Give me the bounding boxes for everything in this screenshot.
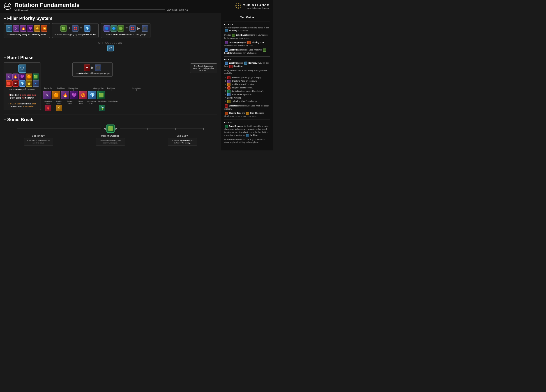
use-last-desc: To ensure Hypervelocity is buffed by No … xyxy=(168,138,197,145)
bloodfest-list-icon xyxy=(227,76,230,79)
use-early-desc: If the boss is nearly dead, or about to … xyxy=(24,138,53,145)
hypervelocity-sub-icon: 🍃 xyxy=(99,105,105,111)
equals-sign-2: = xyxy=(80,26,83,31)
burst-left-card: 🛡 ⚔ 🔥 💜 🟠 🟩 🔴 ❤ xyxy=(4,62,41,110)
sidebar-burst-title: BURST xyxy=(224,59,270,61)
sidebar-burst-p2: Use your cooldowns in this priority as t… xyxy=(224,69,270,75)
tick xyxy=(176,128,176,130)
chain-names-row: Gnashing Fang Double Down Savage Claw Wi… xyxy=(43,100,217,104)
sonic-inline-1 xyxy=(225,125,228,128)
timeline-left xyxy=(17,129,101,129)
double-burst: 🟠 xyxy=(26,73,32,80)
sidebar-divider-1 xyxy=(224,21,270,21)
burst-combo-rows: ⚔ 🔥 💜 🟠 🟩 🔴 ❤ 💎 ⭐ 🔹 xyxy=(6,73,39,87)
wicked-talon-name: Wicked Talon xyxy=(76,100,85,104)
chain-sub-icons: 🩸 ⚡ 🍃 xyxy=(43,105,217,111)
sidebar-filler-p3: Gnashing Fang and Blasting Zone should b… xyxy=(224,41,270,47)
arrow-3: ▶ xyxy=(137,26,140,30)
no-mercy-burst-icon: 🛡 xyxy=(18,65,26,73)
burst-list-icon xyxy=(227,93,230,96)
patch-text: Dawntrail Patch 7.1 xyxy=(166,8,188,11)
blasting-inline-2 xyxy=(225,112,228,115)
tick xyxy=(45,128,45,130)
bloodfest-burst: ❤ xyxy=(13,80,19,87)
svg-point-3 xyxy=(238,5,239,6)
burst-layout: 🛡 ⚔ 🔥 💜 🟠 🟩 🔴 ❤ xyxy=(4,62,217,111)
eye-gouge-label: Eye Gouge xyxy=(106,87,116,91)
sonic-burst: 🟩 xyxy=(33,73,39,80)
burst-left-notes: Use in No Mercy off cooldown. If Bloodfe… xyxy=(6,88,38,108)
sidebar-burst-list: Bloodfest (ensure gauge is empty). Gnash… xyxy=(224,76,270,103)
filler-card-1-text: Use Gnashing Fang and Blasting Zone. xyxy=(7,33,46,36)
filler-card-3-text: Use the Solid Barrel combo to build gaug… xyxy=(105,33,147,36)
tick xyxy=(17,128,17,130)
sonic-use-early: USE EARLY If the boss is nearly dead, or… xyxy=(24,135,53,145)
burst-section: Burst Phase 🛡 ⚔ 🔥 💜 🟠 🟩 xyxy=(4,55,217,111)
burst-title: Burst Phase xyxy=(4,55,217,60)
equals-sign-3: = xyxy=(125,26,128,31)
use-anywhere-label: USE ANYWHERE xyxy=(101,135,120,137)
sidebar-burst-p4: Blasting Zone and Bow Shock are ideally … xyxy=(224,112,270,118)
timeline-right xyxy=(120,129,204,129)
bloodfest-inline-1 xyxy=(229,65,233,68)
burst-center: ❤ ▶ ⬛ Use Bloodfest with an empty gauge. xyxy=(43,62,217,111)
burst-strike-callout: This Burst Strike is an extra GCD, only … xyxy=(190,63,217,73)
bow-inline-1 xyxy=(246,112,249,115)
filler-card-1: 🛡 ⚔ 🔥 💜 ⚡ 💥 Use Gnashing Fang and Blasti… xyxy=(4,23,50,38)
no-mercy-icon-1: 🛡 xyxy=(6,25,13,32)
reign-list-icon xyxy=(227,86,230,90)
sonic-list-icon xyxy=(227,90,230,93)
double-down-name: Double Down xyxy=(54,100,64,104)
filler-card-1-icons: 🛡 ⚔ 🔥 💜 ⚡ 💥 xyxy=(6,25,47,32)
right-arrow-icon: ▶ xyxy=(116,127,117,130)
header-left: Rotation Fundamentals GNB Lv. 100 Dawntr… xyxy=(4,2,188,11)
sidebar-filler-p4: Burst Strike should be used whenever Sol… xyxy=(224,48,270,55)
gnashing-burst: ⚔ xyxy=(6,73,12,80)
tick xyxy=(148,128,148,130)
bloodfest-card: ❤ ▶ ⬛ Use Bloodfest with an empty gauge. xyxy=(72,62,112,77)
blasting-zone-icon-1: 💥 xyxy=(41,25,47,32)
sonic-center-icon: ◀ 🟩 ▶ xyxy=(101,124,120,133)
filler-card-3: 🔵 🔷 🟢 = ⭕ ▶ ⬛ Use the Solid Barrel combo… xyxy=(101,23,150,38)
burst-strike-name: Burst Strike xyxy=(97,100,107,104)
solid-barrel-icon-3: 🟢 xyxy=(117,25,124,32)
tick xyxy=(120,128,120,130)
solid-barrel-icon-2: 🟢 xyxy=(60,25,67,32)
keen-edge-icon-3: 🔵 xyxy=(104,25,110,32)
bow-shock-sub-icon: ⚡ xyxy=(56,105,62,111)
filler-cards: 🛡 ⚔ 🔥 💜 ⚡ 💥 Use Gnashing Fang and Blasti… xyxy=(4,23,217,38)
filler-section: Filler Priority System 🛡 ⚔ 🔥 💜 ⚡ 💥 Use G… xyxy=(4,16,217,52)
use-last-label: USE LAST xyxy=(177,135,188,137)
svg-line-9 xyxy=(240,7,240,8)
sonic-break-name: Sonic Break xyxy=(108,100,118,104)
burst-divider xyxy=(4,115,217,115)
no-mercy-off-cooldown-icon: 🛡 xyxy=(107,45,114,52)
bloodfest-inline-2 xyxy=(225,105,228,108)
sidebar-burst-p1: Burst Strike into No Mercy if you will a… xyxy=(224,62,270,68)
sonic-positions: USE EARLY If the boss is nearly dead, or… xyxy=(4,135,217,145)
burst-strike-icon-2: 💎 xyxy=(84,25,91,32)
bloodfest-card-text: Use Bloodfest with an empty gauge. xyxy=(75,72,110,75)
subtitle-bar: GNB Lv. 100 Dawntrail Patch 7.1 xyxy=(14,8,188,11)
burst-list-item-7: Combo Actions. xyxy=(227,97,270,100)
use-early-label: USE EARLY xyxy=(32,135,45,137)
use-anywhere-desc: To assist in managing your cooldown usag… xyxy=(96,138,125,145)
sidebar-sonic-p1: Sonic Break can be flexibly moved for a … xyxy=(224,125,270,137)
sidebar-title: Text Guide xyxy=(224,16,270,19)
burst-list-item-4: Reign of Beasts combo. xyxy=(227,86,270,90)
sidebar-filler-p2: Use the Solid Barrel combo to fill your … xyxy=(224,34,270,40)
gauge-icon-2: ⭕ xyxy=(72,25,78,32)
lionheart-name: Lionheart or Filler xyxy=(86,100,96,104)
blasting-zone-label: Blasting Zone xyxy=(68,87,78,91)
bloodfest-gauge-icon: ❤ xyxy=(84,65,90,71)
filler-title: Filler Priority System xyxy=(4,16,217,21)
burst-row-1: ⚔ 🔥 💜 🟠 🟩 xyxy=(6,73,39,80)
tick xyxy=(101,128,101,130)
sonic-section: Sonic Break xyxy=(4,117,217,145)
double-list-icon xyxy=(227,83,230,86)
reign-burst: 🔴 xyxy=(6,80,12,87)
main-layout: Filler Priority System 🛡 ⚔ 🔥 💜 ⚡ 💥 Use G… xyxy=(0,13,273,150)
logo-icon xyxy=(4,2,12,10)
filler-card-2: 🟢 + ⭕ = 💎 Prevent overcapping by using B… xyxy=(52,23,98,38)
balance-text: THE BALANCE www.thebalanceffxiv.com xyxy=(243,4,269,9)
